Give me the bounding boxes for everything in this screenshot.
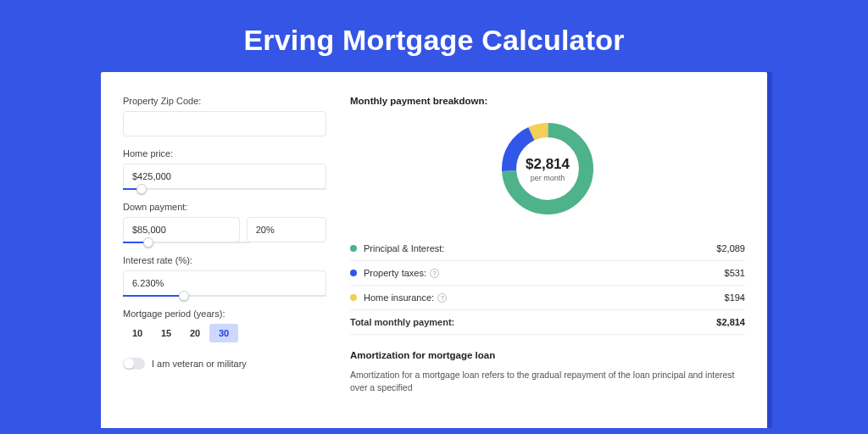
down-field: Down payment: — [123, 202, 326, 243]
down-pct-input[interactable] — [247, 217, 326, 242]
price-slider[interactable] — [123, 188, 326, 190]
slider-thumb-icon[interactable] — [143, 237, 153, 248]
donut-chart: $2,814 per month — [497, 118, 598, 220]
legend-row: Property taxes:?$531 — [350, 261, 745, 286]
calculator-card: Property Zip Code: Home price: Down paym… — [101, 72, 767, 428]
down-slider[interactable] — [123, 242, 251, 243]
amort-title: Amortization for mortgage loan — [350, 350, 745, 360]
legend: Principal & Interest:$2,089Property taxe… — [350, 236, 745, 310]
period-option-20[interactable]: 20 — [181, 324, 209, 342]
legend-row: Principal & Interest:$2,089 — [350, 236, 745, 261]
down-label: Down payment: — [123, 202, 326, 212]
rate-label: Interest rate (%): — [123, 255, 326, 265]
legend-dot-icon — [350, 270, 357, 276]
amortization-section: Amortization for mortgage loan Amortizat… — [350, 350, 745, 393]
period-option-10[interactable]: 10 — [123, 324, 152, 342]
legend-dot-icon — [350, 245, 357, 252]
slider-thumb-icon[interactable] — [136, 184, 147, 194]
veteran-label: I am veteran or military — [152, 359, 247, 369]
period-field: Mortgage period (years): 10152030 — [123, 309, 326, 342]
period-options: 10152030 — [123, 324, 326, 342]
help-icon[interactable]: ? — [437, 293, 447, 303]
donut-wrap: $2,814 per month — [350, 118, 745, 220]
total-value: $2,814 — [716, 317, 745, 327]
legend-value: $2,089 — [716, 243, 745, 253]
form-panel: Property Zip Code: Home price: Down paym… — [123, 96, 326, 428]
legend-value: $194 — [725, 292, 745, 303]
veteran-row: I am veteran or military — [123, 358, 326, 370]
period-option-15[interactable]: 15 — [152, 324, 181, 342]
price-field: Home price: — [123, 148, 326, 190]
rate-field: Interest rate (%): — [123, 255, 326, 297]
breakdown-panel: Monthly payment breakdown: $2,814 per mo… — [350, 96, 745, 428]
legend-label: Home insurance: — [364, 292, 434, 303]
price-input[interactable] — [123, 164, 326, 189]
rate-input[interactable] — [123, 270, 326, 296]
total-row: Total monthly payment: $2,814 — [350, 310, 745, 335]
legend-label: Property taxes: — [364, 268, 426, 278]
zip-input[interactable] — [123, 111, 326, 136]
help-icon[interactable]: ? — [430, 269, 439, 278]
donut-total: $2,814 — [526, 156, 570, 173]
veteran-toggle[interactable] — [123, 358, 145, 370]
period-option-30[interactable]: 30 — [209, 324, 238, 342]
down-amount-input[interactable] — [123, 217, 240, 242]
zip-label: Property Zip Code: — [123, 96, 326, 106]
legend-row: Home insurance:?$194 — [350, 286, 745, 310]
period-label: Mortgage period (years): — [123, 309, 326, 319]
total-label: Total monthly payment: — [350, 317, 716, 327]
slider-thumb-icon[interactable] — [179, 291, 189, 301]
page-title: Erving Mortgage Calculator — [0, 0, 868, 72]
legend-value: $531 — [725, 268, 745, 278]
zip-field: Property Zip Code: — [123, 96, 326, 136]
amort-body: Amortization for a mortgage loan refers … — [350, 369, 745, 393]
donut-sub: per month — [531, 174, 565, 182]
legend-dot-icon — [350, 294, 357, 301]
rate-slider[interactable] — [123, 295, 326, 297]
legend-label: Principal & Interest: — [364, 243, 444, 253]
toggle-knob-icon — [124, 359, 134, 369]
price-label: Home price: — [123, 148, 326, 159]
breakdown-title: Monthly payment breakdown: — [350, 96, 745, 106]
